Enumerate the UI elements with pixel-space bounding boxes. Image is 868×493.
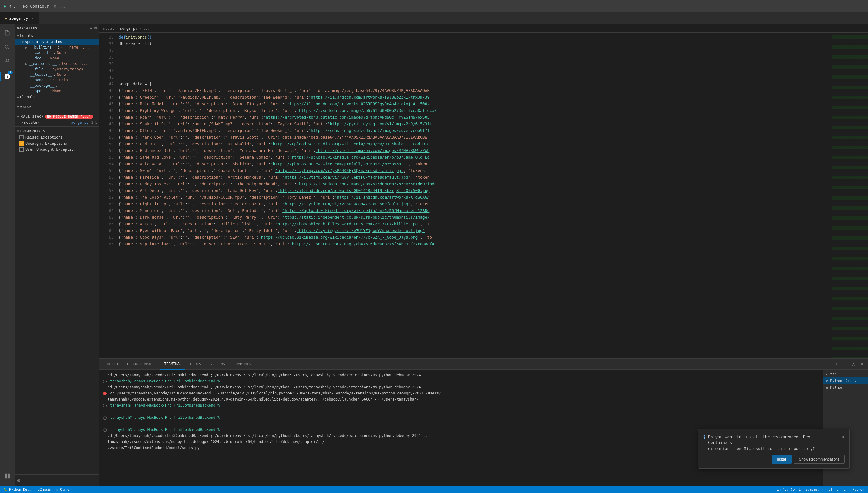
split-terminal-btn[interactable]: ⋯	[841, 361, 849, 368]
svg-rect-3	[7, 476, 10, 478]
locals-header[interactable]: ▼ Locals	[15, 33, 100, 39]
new-watch-icon[interactable]: ＋	[89, 26, 93, 30]
bp2-checkbox[interactable]: ✓	[19, 141, 24, 146]
settings-icon[interactable]: ⚙	[17, 477, 20, 483]
bp1-item[interactable]: Raised Exceptions	[15, 134, 100, 141]
notification-toast: ℹ Do you want to install the recommended…	[698, 429, 850, 469]
breadcrumb-model[interactable]: model	[103, 26, 114, 30]
toast-body: ℹ Do you want to install the recommended…	[703, 434, 845, 452]
config-label[interactable]: No Configur	[21, 3, 51, 9]
breadcrumb-more[interactable]: ...	[143, 26, 150, 30]
variables-section: VARIABLES ＋ ⧉ ▼ Locals ▼ special variabl…	[15, 24, 100, 100]
svg-rect-0	[5, 474, 7, 476]
bp3-label: User Uncaught Excepti...	[25, 147, 78, 152]
toast-close-btn[interactable]: ×	[842, 434, 845, 440]
breakpoints-title: BREAKPOINTS	[20, 129, 45, 133]
do-value: None	[50, 56, 59, 60]
bp2-label: Uncaught Exceptions	[25, 141, 67, 146]
toast-show-recommendations-btn[interactable]: Show Recommendations	[794, 455, 845, 464]
special-variables-item[interactable]: ▼ special variables	[15, 39, 100, 45]
fi-value: '/Users/tanays...	[52, 67, 90, 71]
new-terminal-btn[interactable]: ＋	[833, 361, 840, 368]
tab-ports[interactable]: PORTS	[187, 359, 205, 370]
maximize-panel-btn[interactable]: ∧	[850, 361, 857, 368]
status-spaces[interactable]: Spaces: 4	[806, 488, 824, 492]
toast-install-btn[interactable]: Install	[772, 455, 791, 464]
status-linecol[interactable]: Ln 43, Col 1	[777, 488, 801, 492]
spec-item[interactable]: __spec__ : None	[15, 88, 100, 94]
variables-title: VARIABLES	[17, 26, 38, 30]
bp3-checkbox[interactable]	[19, 147, 24, 152]
tab-gitlens[interactable]: GITLENS	[206, 359, 229, 370]
tab-comments[interactable]: COMMENTS	[230, 359, 255, 370]
bi-value: {'__name__...	[61, 45, 89, 49]
gl-chevron: ▶	[17, 95, 19, 99]
panel-tabs-bar: OUTPUT DEBUG CONSOLE TERMINAL PORTS GITL…	[100, 359, 868, 370]
status-eol[interactable]: LF	[843, 488, 847, 492]
breadcrumb: model › songs.py › ...	[100, 24, 868, 33]
callstack-row[interactable]: <module> songs.py 1:1	[15, 120, 100, 125]
status-encoding[interactable]: UTF-8	[829, 488, 839, 492]
toast-info-icon: ℹ	[703, 434, 705, 440]
locals-chevron: ▼	[17, 34, 19, 38]
activity-search-icon[interactable]	[0, 40, 15, 55]
exception-item[interactable]: ▶ __exception__ : (<class '...	[15, 61, 100, 66]
tab-close-icon[interactable]: ×	[32, 16, 34, 21]
tab-songs[interactable]: ● songs.py ×	[0, 12, 39, 24]
bi-chevron: ▶	[25, 46, 27, 49]
module-label: <module>	[22, 120, 39, 125]
bp3-item[interactable]: User Uncaught Excepti...	[15, 147, 100, 152]
code-lines[interactable]: def initSongs(): db.create_all() songs_d…	[116, 33, 832, 358]
watch-header[interactable]: ▼ WATCH	[15, 103, 100, 111]
globals-header[interactable]: ▶ Globals	[15, 94, 100, 100]
shell-zsh[interactable]: ⊞ zsh	[823, 371, 868, 378]
loader-item[interactable]: __loader__ : None	[15, 72, 100, 77]
activity-source-control-icon[interactable]	[0, 55, 15, 69]
status-lang[interactable]: Python	[852, 488, 864, 492]
shell-python[interactable]: ⊞ Python	[823, 384, 868, 391]
do-sep: :	[47, 56, 49, 60]
bp1-checkbox[interactable]	[19, 135, 24, 140]
tab-terminal[interactable]: TERMINAL	[161, 359, 185, 370]
breadcrumb-file[interactable]: songs.py	[120, 26, 137, 30]
activity-debug-icon[interactable]: 1	[0, 69, 15, 84]
activity-files-icon[interactable]	[0, 25, 15, 40]
bp1-label: Raised Exceptions	[25, 135, 63, 140]
lo-sep: :	[54, 72, 56, 77]
gl-label: Globals	[20, 95, 36, 99]
tab-debug-console[interactable]: DEBUG CONSOLE	[123, 359, 159, 370]
svg-rect-1	[7, 474, 10, 476]
gear-icon[interactable]: ⚙	[54, 4, 57, 8]
collapse-icon[interactable]: ⧉	[94, 26, 97, 30]
terminal-line-7: tanayshah@Tanays-MacBook-Pro Tri3Combine…	[103, 414, 819, 421]
cached-item[interactable]: __cached__ : None	[15, 50, 100, 56]
sidebar-bottom: ⚙	[15, 474, 100, 486]
ca-name: __cached__	[30, 51, 52, 55]
bp2-item[interactable]: ✓ Uncaught Exceptions	[15, 141, 100, 147]
activity-extensions-icon[interactable]	[0, 469, 15, 483]
more-icon[interactable]: ...	[59, 4, 66, 8]
editor-area: model › songs.py › ... 3536373839 404142…	[100, 24, 868, 486]
shell-python-de[interactable]: ⊞ Python De...	[823, 378, 868, 384]
pa-sep: :	[56, 83, 58, 88]
pa-name: __package__	[30, 83, 54, 88]
status-debug-label: Python De...	[9, 488, 33, 492]
callstack-header[interactable]: ▼ CALL STACK No module named '...'	[15, 113, 100, 120]
package-item[interactable]: __package__ : ''	[15, 83, 100, 88]
file-item[interactable]: __file__ : '/Users/tanays...	[15, 66, 100, 72]
status-errors[interactable]: ⊗ 0 ⚠ 0	[56, 488, 69, 492]
status-debug[interactable]: 🐛 Python De...	[4, 488, 33, 492]
tab-output[interactable]: OUTPUT	[102, 359, 122, 370]
toast-title: Do you want to install the recommended '…	[708, 434, 810, 445]
builtins-item[interactable]: ▶ __builtins__ : {'__name__...	[15, 45, 100, 50]
close-panel-btn[interactable]: ×	[858, 361, 866, 368]
status-branch[interactable]: ⎇ main	[38, 488, 51, 492]
callstack-lineno: 1:1	[91, 121, 97, 125]
svg-rect-2	[5, 476, 7, 478]
tab-bar: ● songs.py ×	[0, 12, 868, 24]
doc-item[interactable]: __doc__ : None	[15, 56, 100, 61]
breakpoints-header[interactable]: ▼ BREAKPOINTS	[15, 128, 100, 134]
name-item[interactable]: __name__ : '__main__'	[15, 77, 100, 83]
minimap	[832, 33, 868, 358]
bi-name-text: __builtins__	[30, 45, 56, 49]
